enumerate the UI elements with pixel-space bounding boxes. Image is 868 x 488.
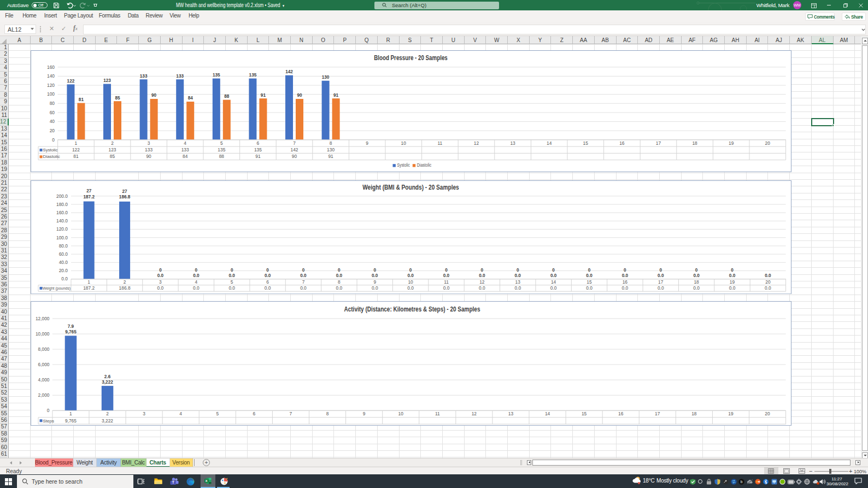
svg-text:142: 142: [290, 147, 298, 152]
svg-text:4: 4: [184, 140, 186, 146]
svg-text:0.0: 0.0: [443, 273, 450, 278]
svg-text:0.0: 0.0: [193, 273, 200, 278]
svg-text:0: 0: [695, 267, 698, 272]
svg-text:140.0: 140.0: [56, 218, 68, 224]
svg-text:3: 3: [143, 411, 145, 417]
svg-text:135: 135: [218, 147, 225, 152]
svg-text:0.0: 0.0: [479, 273, 485, 278]
svg-text:18: 18: [691, 411, 697, 417]
svg-text:186.8: 186.8: [119, 285, 130, 291]
svg-text:7: 7: [293, 140, 296, 146]
svg-text:9: 9: [363, 411, 366, 417]
svg-text:135: 135: [249, 73, 256, 78]
svg-text:85: 85: [115, 96, 120, 101]
svg-text:8: 8: [326, 411, 329, 417]
svg-text:10: 10: [398, 411, 403, 417]
svg-text:19: 19: [729, 140, 734, 146]
svg-text:130: 130: [327, 147, 335, 152]
svg-text:0.0: 0.0: [729, 285, 735, 291]
svg-text:81: 81: [73, 154, 79, 160]
svg-text:0.0: 0.0: [372, 285, 378, 291]
svg-text:8: 8: [338, 279, 341, 285]
svg-text:2: 2: [106, 411, 109, 417]
svg-text:0.0: 0.0: [693, 285, 700, 291]
svg-text:10,000: 10,000: [36, 331, 50, 337]
svg-text:0.0: 0.0: [621, 273, 628, 278]
svg-text:84: 84: [183, 154, 188, 160]
svg-text:0.0: 0.0: [658, 273, 664, 278]
svg-text:1: 1: [74, 140, 77, 146]
svg-text:135: 135: [254, 147, 262, 152]
svg-text:16: 16: [623, 279, 628, 285]
svg-text:0.0: 0.0: [621, 285, 628, 291]
svg-text:0.0: 0.0: [586, 273, 593, 278]
svg-text:123: 123: [108, 147, 116, 152]
svg-text:90: 90: [151, 93, 157, 98]
svg-text:0: 0: [302, 267, 304, 272]
svg-text:1: 1: [69, 411, 72, 417]
svg-text:19: 19: [730, 279, 735, 285]
svg-text:18: 18: [694, 279, 699, 285]
svg-text:91: 91: [261, 93, 266, 98]
svg-text:12: 12: [479, 279, 485, 285]
svg-text:20: 20: [49, 128, 55, 133]
svg-text:0.0: 0.0: [336, 285, 342, 291]
svg-text:3: 3: [159, 279, 162, 285]
svg-text:0: 0: [338, 267, 341, 272]
svg-text:0.0: 0.0: [228, 285, 235, 291]
svg-text:88: 88: [219, 154, 224, 160]
svg-text:8: 8: [330, 140, 332, 146]
svg-text:0.0: 0.0: [372, 273, 378, 278]
svg-text:8,000: 8,000: [38, 346, 49, 352]
svg-text:0: 0: [195, 267, 197, 272]
svg-text:4,000: 4,000: [38, 377, 49, 383]
svg-text:0.0: 0.0: [300, 285, 307, 291]
svg-text:2: 2: [124, 279, 126, 285]
svg-text:5: 5: [220, 140, 223, 146]
svg-text:11: 11: [435, 411, 440, 417]
svg-text:142: 142: [285, 69, 293, 74]
svg-text:14: 14: [547, 140, 552, 146]
svg-text:6: 6: [256, 140, 259, 146]
svg-text:20.0: 20.0: [58, 268, 68, 273]
svg-text:133: 133: [145, 147, 153, 152]
svg-text:19: 19: [728, 411, 734, 417]
svg-text:6: 6: [266, 279, 269, 285]
svg-text:85: 85: [110, 154, 115, 160]
svg-text:40.0: 40.0: [58, 260, 68, 265]
svg-text:7: 7: [289, 411, 292, 417]
svg-text:0: 0: [231, 267, 233, 272]
svg-text:Weight (BMI & Pounds) - 20 Sam: Weight (BMI & Pounds) - 20 Samples: [362, 184, 459, 191]
svg-text:0.0: 0.0: [265, 285, 271, 291]
svg-text:4: 4: [195, 279, 197, 285]
svg-text:0: 0: [409, 267, 412, 272]
svg-text:9: 9: [373, 279, 376, 285]
svg-text:0: 0: [588, 267, 591, 272]
svg-text:120: 120: [47, 83, 55, 88]
svg-text:160: 160: [47, 64, 55, 70]
svg-text:9,765: 9,765: [65, 418, 77, 424]
svg-text:0.0: 0.0: [586, 285, 593, 291]
svg-text:100: 100: [47, 92, 55, 97]
svg-text:0.0: 0.0: [61, 276, 68, 281]
svg-text:0.0: 0.0: [157, 285, 163, 291]
svg-text:17: 17: [656, 140, 661, 146]
svg-text:0.0: 0.0: [658, 285, 664, 291]
svg-text:0.0: 0.0: [407, 273, 414, 278]
svg-text:Diastolic: Diastolic: [417, 163, 431, 168]
svg-text:3,222: 3,222: [102, 418, 113, 424]
svg-text:122: 122: [67, 79, 74, 84]
svg-text:0.0: 0.0: [193, 285, 200, 291]
svg-text:0.0: 0.0: [443, 285, 449, 291]
svg-text:180.0: 180.0: [56, 201, 68, 207]
svg-text:133: 133: [181, 147, 189, 152]
svg-text:0.0: 0.0: [407, 285, 414, 291]
svg-text:16: 16: [619, 140, 625, 146]
svg-text:Systolic: Systolic: [43, 148, 57, 152]
svg-text:0.0: 0.0: [729, 273, 736, 278]
svg-text:5: 5: [216, 411, 219, 417]
svg-text:6: 6: [253, 411, 255, 417]
svg-text:0.0: 0.0: [765, 285, 771, 291]
svg-text:7: 7: [302, 279, 304, 285]
svg-text:40: 40: [49, 119, 55, 125]
